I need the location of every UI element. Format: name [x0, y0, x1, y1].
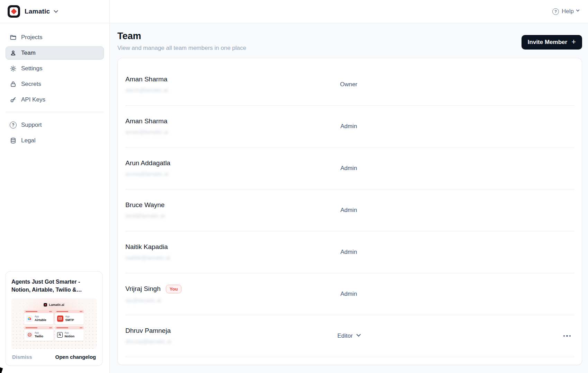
changelog-title: Agents Just Got Smarter - Notion, Airtab… [11, 278, 97, 294]
table-row: Aman Sharma atech@lamatic.ai Owner [125, 64, 574, 106]
ellipsis-icon [569, 335, 571, 337]
ellipsis-icon [49, 311, 52, 312]
row-actions-menu-button[interactable] [562, 332, 572, 340]
member-name: Aman Sharma [125, 76, 167, 83]
sidebar-item-label: Legal [21, 137, 36, 144]
main-area: ? Help Team View and manage all team mem… [110, 0, 588, 373]
smtp-envelope-icon [57, 316, 63, 322]
promo-card-notion: N AppNotion [55, 326, 84, 341]
member-role: Admin [340, 249, 357, 256]
table-row: Vrijraj Singh You vjs@lamatic.ai Admin [125, 273, 574, 315]
promo-strip-text [56, 311, 68, 312]
gear-icon [10, 65, 17, 72]
member-email-redacted: vjs@lamatic.ai [125, 297, 307, 304]
page-title: Team [117, 31, 246, 42]
promo-card-header [24, 326, 53, 329]
member-role: Admin [340, 123, 357, 130]
promo-strip-text [26, 311, 37, 312]
promo-brand: Lamatic.ai [11, 298, 97, 307]
promo-app-label: App [35, 331, 43, 334]
invite-member-button[interactable]: Invite Member + [522, 35, 582, 50]
member-email-redacted: naitikk@lamatic.ai [125, 255, 307, 261]
table-row: Aman Sharma aman@lamatic.ai Admin [125, 106, 574, 148]
promo-app-label: App [35, 315, 46, 318]
chevron-down-icon [356, 332, 361, 337]
help-menu[interactable]: ? Help [552, 8, 579, 15]
sidebar-item-support[interactable]: ? Support [6, 118, 104, 132]
sidebar-item-secrets[interactable]: Secrets [6, 78, 104, 91]
open-changelog-button[interactable]: Open changelog [55, 354, 96, 360]
sidebar-item-label: Projects [21, 34, 42, 41]
lamatic-mini-logo-icon [44, 303, 47, 307]
sidebar-nav: Projects Team Settings Secrets API Keys … [0, 23, 109, 150]
sidebar-item-label: Settings [21, 65, 42, 72]
member-role: Owner [340, 81, 357, 88]
member-email-redacted: dhruvp@lamatic.ai [125, 339, 307, 345]
promo-app-name: Notion [65, 335, 75, 338]
member-email-redacted: aruna@lamatic.ai [125, 171, 307, 177]
table-row: Naitik Kapadia naitikk@lamatic.ai Admin [125, 231, 574, 273]
sidebar-item-label: API Keys [21, 96, 45, 103]
topbar: ? Help [110, 0, 588, 23]
changelog-promo-image: Lamatic.ai AppAirtable [11, 298, 97, 349]
promo-strip-text [56, 327, 68, 328]
promo-app-label: App [65, 315, 74, 318]
members-list-card: Aman Sharma atech@lamatic.ai Owner Aman … [117, 58, 582, 365]
changelog-card: Agents Just Got Smarter - Notion, Airtab… [6, 271, 103, 366]
sidebar-item-team[interactable]: Team [6, 46, 104, 60]
help-circle-icon: ? [552, 8, 559, 15]
member-role: Admin [340, 291, 357, 297]
promo-card-header [55, 326, 84, 329]
notion-icon: N [57, 332, 63, 338]
ellipsis-icon [80, 327, 82, 328]
folder-icon [10, 34, 17, 41]
page-subtitle: View and manage all team members in one … [117, 45, 246, 52]
sidebar-item-settings[interactable]: Settings [6, 62, 104, 75]
workspace-switcher[interactable]: Lamatic [0, 0, 109, 23]
app-window: Lamatic Projects Team Settings Secrets [0, 0, 588, 373]
promo-app-name: SMTP [65, 318, 74, 322]
lock-icon [10, 81, 17, 88]
plus-icon: + [571, 38, 576, 46]
airtable-icon [26, 316, 33, 322]
chevron-down-icon [54, 8, 58, 13]
promo-app-name: Airtable [35, 318, 46, 322]
workspace-name: Lamatic [25, 8, 50, 15]
ellipsis-icon [566, 335, 568, 337]
promo-card-header [55, 310, 84, 313]
invite-member-label: Invite Member [528, 39, 567, 46]
promo-app-grid: AppAirtable AppSMTP [24, 310, 84, 341]
help-circle-icon: ? [10, 122, 17, 128]
promo-card-smtp: AppSMTP [55, 310, 84, 325]
promo-strip-text [26, 327, 37, 328]
promo-card-header [24, 310, 53, 313]
table-row: Bruce Wayne land@lamatic.ai Admin [125, 189, 574, 231]
role-dropdown[interactable]: Editor [337, 332, 360, 339]
member-email-redacted: aman@lamatic.ai [125, 129, 307, 135]
member-name: Dhruv Pamneja [125, 327, 171, 335]
sidebar-item-projects[interactable]: Projects [6, 31, 104, 44]
ellipsis-icon [563, 335, 565, 337]
key-icon [10, 96, 17, 103]
sidebar-item-legal[interactable]: Legal [6, 134, 104, 147]
dismiss-button[interactable]: Dismiss [12, 354, 32, 360]
lamatic-logo-icon [8, 5, 20, 18]
member-email-redacted: atech@lamatic.ai [125, 87, 307, 94]
member-role: Admin [340, 207, 357, 214]
help-label: Help [562, 8, 574, 15]
you-badge: You [166, 285, 182, 293]
member-name: Naitik Kapadia [125, 243, 168, 251]
member-role: Admin [340, 165, 357, 172]
table-row: Arun Addagatla aruna@lamatic.ai Admin [125, 148, 574, 189]
member-role: Editor [337, 332, 353, 339]
promo-card-airtable: AppAirtable [24, 310, 53, 325]
user-icon [10, 50, 17, 56]
twilio-icon [26, 332, 33, 338]
sidebar-item-label: Secrets [21, 81, 41, 88]
sidebar-divider [6, 112, 104, 112]
sidebar-item-api-keys[interactable]: API Keys [6, 93, 104, 106]
sidebar: Lamatic Projects Team Settings Secrets [0, 0, 110, 373]
member-name: Vrijraj Singh [125, 285, 161, 293]
database-icon [10, 137, 17, 144]
member-name: Bruce Wayne [125, 201, 164, 209]
